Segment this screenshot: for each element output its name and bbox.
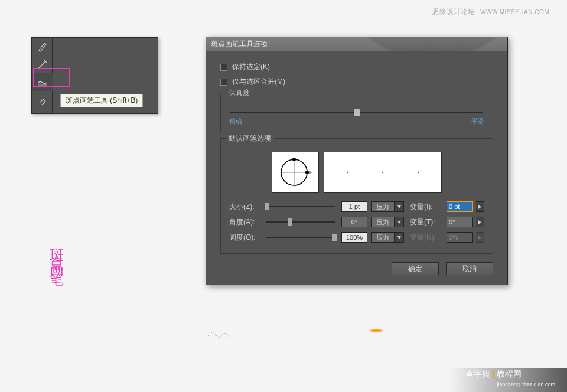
angle-knob[interactable] xyxy=(288,218,292,226)
size-label: 大小(Z): xyxy=(229,202,262,212)
dialog-title: 斑点画笔工具选项 xyxy=(211,39,268,49)
angle-slider[interactable] xyxy=(266,221,335,223)
fidelity-left-label: 精确 xyxy=(229,117,242,126)
round-dynamics-dropdown[interactable]: 压力 xyxy=(371,232,404,243)
watermark-top: 思缘设计论坛 WWW.MISSYUAN.COM xyxy=(432,7,549,17)
tool-paintbrush[interactable] xyxy=(32,38,53,55)
round-slider[interactable] xyxy=(266,237,335,238)
svg-marker-12 xyxy=(478,220,481,224)
angle-label: 角度(A): xyxy=(229,217,262,227)
dropdown-arrow-icon xyxy=(394,233,403,242)
size-knob[interactable] xyxy=(265,203,269,210)
svg-point-4 xyxy=(292,158,296,161)
default-brush-group: 默认画笔选项 xyxy=(220,138,493,254)
tool-pencil[interactable] xyxy=(32,55,53,73)
fidelity-group: 保真度 精确 平滑 xyxy=(220,93,493,132)
svg-point-6 xyxy=(347,172,348,173)
watermark-top-site: WWW.MISSYUAN.COM xyxy=(480,9,549,15)
size-dynamics-label: 压力 xyxy=(372,202,394,211)
angle-var-label: 变量(T): xyxy=(410,217,443,227)
tool-tooltip: 斑点画笔工具 (Shift+B) xyxy=(60,94,143,107)
fidelity-slider[interactable] xyxy=(230,112,483,113)
dropdown-arrow-icon xyxy=(394,202,403,211)
keep-selected-row[interactable]: 保持选定(K) xyxy=(220,62,493,72)
angle-var-input[interactable]: 0° xyxy=(447,217,472,227)
tool-blob-brush[interactable] xyxy=(32,73,53,91)
tool-name-vertical: 斑点画笔 xyxy=(47,236,66,269)
watermark-bottom: 查字典 | 教程网 jiaocheng.chazidian.com xyxy=(465,369,555,387)
fidelity-right-label: 平滑 xyxy=(471,117,484,126)
default-brush-group-label: 默认画笔选项 xyxy=(226,133,274,143)
checkbox-merge-selection[interactable] xyxy=(220,79,227,86)
svg-marker-10 xyxy=(478,205,481,209)
cancel-button[interactable]: 取消 xyxy=(446,262,493,275)
svg-marker-9 xyxy=(397,205,401,208)
size-slider[interactable] xyxy=(266,206,335,207)
watermark-suffix: 教程网 xyxy=(497,369,522,380)
svg-marker-14 xyxy=(478,236,481,240)
watermark-brand: 查字典 xyxy=(465,369,490,380)
round-knob[interactable] xyxy=(332,234,337,241)
angle-input[interactable]: 0° xyxy=(341,217,367,227)
svg-marker-2 xyxy=(309,171,312,174)
toolbar-column xyxy=(32,38,53,113)
watermark-url: jiaocheng.chazidian.com xyxy=(497,381,555,387)
dialog-titlebar[interactable]: 斑点画笔工具选项 xyxy=(206,37,507,51)
round-row: 圆度(O): 100% 压力 变量(N): 0% xyxy=(229,232,484,243)
fidelity-knob[interactable] xyxy=(354,109,360,116)
brush-shape-preview[interactable] xyxy=(272,152,319,193)
round-var-input: 0% xyxy=(447,232,472,243)
angle-row: 角度(A): 0° 压力 变量(T): 0° xyxy=(229,217,484,227)
ok-button[interactable]: 确定 xyxy=(392,262,439,275)
angle-dynamics-label: 压力 xyxy=(372,217,394,227)
keep-selected-label: 保持选定(K) xyxy=(232,62,270,72)
svg-marker-11 xyxy=(397,221,401,224)
dropdown-arrow-icon xyxy=(394,217,403,227)
angle-dynamics-dropdown[interactable]: 压力 xyxy=(371,217,404,227)
angle-var-stepper[interactable] xyxy=(476,217,484,227)
round-dynamics-label: 压力 xyxy=(372,233,394,242)
svg-marker-13 xyxy=(397,236,401,239)
brush-stroke-preview[interactable] xyxy=(324,152,442,193)
accent-blob xyxy=(369,329,383,332)
round-label: 圆度(O): xyxy=(229,233,262,243)
size-var-input[interactable]: 0 pt xyxy=(447,201,472,212)
svg-point-8 xyxy=(418,172,419,173)
checkbox-keep-selected[interactable] xyxy=(220,64,227,71)
size-var-stepper[interactable] xyxy=(476,201,484,212)
watermark-top-title: 思缘设计论坛 xyxy=(432,8,475,16)
svg-point-7 xyxy=(382,172,383,173)
size-input[interactable]: 1 pt xyxy=(341,201,367,212)
merge-selection-label: 仅与选区合并(M) xyxy=(232,77,285,87)
round-var-stepper xyxy=(476,232,484,243)
size-var-label: 变量(I): xyxy=(410,202,443,212)
round-var-label: 变量(N): xyxy=(410,233,443,243)
blob-brush-options-dialog: 斑点画笔工具选项 保持选定(K) 仅与选区合并(M) 保真度 精确 平滑 默认画… xyxy=(206,37,508,285)
dialog-resize-corner[interactable] xyxy=(206,331,235,339)
size-row: 大小(Z): 1 pt 压力 变量(I): 0 pt xyxy=(229,201,484,212)
size-dynamics-dropdown[interactable]: 压力 xyxy=(371,201,404,212)
svg-point-5 xyxy=(305,171,309,174)
merge-selection-row[interactable]: 仅与选区合并(M) xyxy=(220,77,493,87)
tool-eraser[interactable] xyxy=(32,91,53,109)
fidelity-group-label: 保真度 xyxy=(226,88,253,98)
round-input[interactable]: 100% xyxy=(341,232,367,243)
